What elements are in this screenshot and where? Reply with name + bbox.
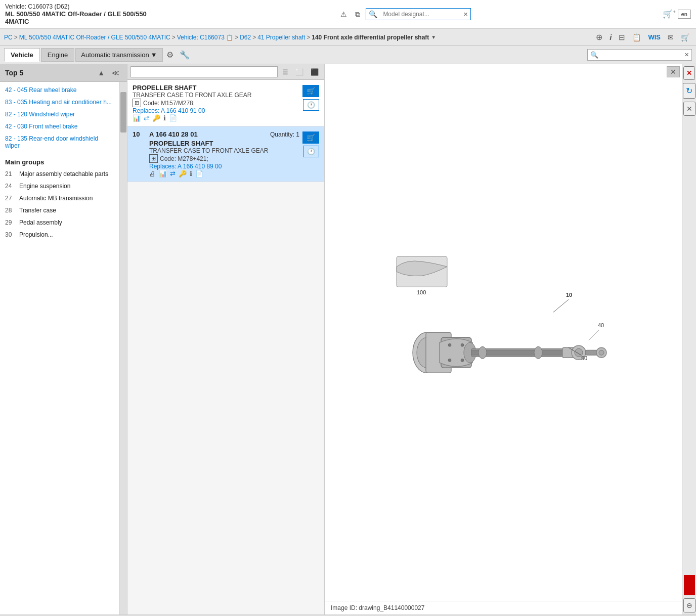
breadcrumb-vehicle[interactable]: Vehicle: C166073 📋 xyxy=(177,34,233,41)
alert-icon[interactable]: ⚠ xyxy=(338,9,350,20)
top5-expand-icon[interactable]: ≪ xyxy=(109,67,122,78)
part-cart-btn-1[interactable]: 🛒 xyxy=(302,85,319,97)
action-diagram-icon-2[interactable]: 📊 xyxy=(159,170,167,178)
breadcrumb-d62[interactable]: D62 xyxy=(240,34,251,41)
cart2-icon[interactable]: 🛒 xyxy=(678,32,692,43)
vehicle-model-line2: 4MATIC xyxy=(5,18,147,25)
header-search-clear[interactable]: ✕ xyxy=(461,10,470,19)
part-header-2: 10 A 166 410 28 01 Quantity: 1 xyxy=(133,130,299,138)
action-swap-icon-1[interactable]: ⇄ xyxy=(144,114,149,122)
action-doc-icon-2[interactable]: 📄 xyxy=(195,170,203,178)
image-id-text: Image ID: drawing_B41140000027 xyxy=(331,604,424,611)
left-scroll-thumb[interactable] xyxy=(120,92,126,133)
part-cart-btn-2[interactable]: 🛒 xyxy=(302,131,319,144)
main-group-30[interactable]: 30 Propulsion... xyxy=(0,229,119,241)
sidebar-x-icon[interactable]: ✕ xyxy=(683,102,695,116)
sidebar-red-bar[interactable] xyxy=(684,575,695,595)
part-code-line-2: ⊞ Code: M278+421; xyxy=(133,154,299,163)
right-panel: ✕ 100 xyxy=(325,64,696,614)
action-info-icon-1[interactable]: ℹ xyxy=(163,114,166,122)
diagram-close-btn-area: ✕ xyxy=(667,66,680,77)
top5-header: Top 5 ▲ ≪ xyxy=(0,64,127,82)
action-key-icon-1[interactable]: 🔑 xyxy=(152,114,160,122)
main-layout: Top 5 ▲ ≪ 42 - 045 Rear wheel brake 83 -… xyxy=(0,64,696,614)
grid-icon-2: ⊞ xyxy=(149,154,158,163)
breadcrumb-pc[interactable]: PC xyxy=(4,34,13,41)
part-item-1[interactable]: PROPELLER SHAFT TRANSFER CASE TO FRONT A… xyxy=(127,80,324,126)
mail-icon[interactable]: ✉ xyxy=(665,32,676,43)
breadcrumb-model[interactable]: ML 500/550 4MATIC Off-Roader / GLE 500/5… xyxy=(19,34,170,41)
main-group-27[interactable]: 27 Automatic MB transmission xyxy=(0,192,119,204)
top5-collapse-icon[interactable]: ▲ xyxy=(95,67,107,78)
lang-badge[interactable]: en xyxy=(678,10,691,19)
left-panel: Top 5 ▲ ≪ 42 - 045 Rear wheel brake 83 -… xyxy=(0,64,127,614)
sidebar-rotate-icon[interactable]: ↻ xyxy=(683,83,695,99)
part-qty-2: Quantity: 1 xyxy=(270,131,299,138)
tabs-search-clear[interactable]: ✕ xyxy=(682,50,691,60)
top5-title: Top 5 xyxy=(5,69,23,77)
cart-button[interactable]: 🛒+ xyxy=(663,9,676,19)
wis-icon[interactable]: WIS xyxy=(645,32,663,42)
middle-expand-icon[interactable]: ⬛ xyxy=(308,67,321,77)
tab-auto-trans[interactable]: Automatic transmission ▼ xyxy=(75,48,162,62)
main-group-29[interactable]: 29 Pedal assembly xyxy=(0,216,119,229)
breadcrumb-dropdown-arrow[interactable]: ▼ xyxy=(431,34,436,40)
tab-vehicle[interactable]: Vehicle xyxy=(4,48,40,62)
action-swap-icon-2[interactable]: ⇄ xyxy=(170,170,176,178)
top5-item-2[interactable]: 82 - 120 Windshield wiper xyxy=(0,108,119,120)
breadcrumb-toolbar-icons: ⊕ i ⊟ 📋 WIS ✉ 🛒 xyxy=(593,31,692,43)
part-clock-btn-2[interactable]: 🕐 xyxy=(303,146,319,157)
svg-point-19 xyxy=(461,343,464,346)
breadcrumb-current[interactable]: 140 Front axle differential propeller sh… xyxy=(312,34,436,41)
middle-list-view-icon[interactable]: ☰ xyxy=(280,67,291,77)
filter-icon[interactable]: ⊟ xyxy=(616,31,628,43)
header-search-icon[interactable]: 🔍 xyxy=(366,9,380,20)
main-group-24[interactable]: 24 Engine suspension xyxy=(0,180,119,192)
part-name-1: PROPELLER SHAFT xyxy=(133,84,299,92)
top5-item-3[interactable]: 42 - 030 Front wheel brake xyxy=(0,120,119,133)
tab-dropdown-arrow: ▼ xyxy=(151,51,157,59)
middle-search-input[interactable] xyxy=(130,66,278,77)
tabs-search-icon[interactable]: 🔍 xyxy=(588,50,601,60)
zoom-in-icon[interactable]: ⊕ xyxy=(593,31,605,43)
action-key-icon-2[interactable]: 🔑 xyxy=(179,170,187,178)
action-doc-icon-1[interactable]: 📄 xyxy=(169,114,177,122)
main-group-21[interactable]: 21 Major assembly detachable parts xyxy=(0,168,119,180)
svg-text:40: 40 xyxy=(598,322,604,328)
svg-point-9 xyxy=(478,346,487,359)
tab-settings-icon[interactable]: ⚙ xyxy=(164,49,176,61)
breadcrumb-propeller[interactable]: 41 Propeller shaft xyxy=(257,34,305,41)
tab-wrench-icon[interactable]: 🔧 xyxy=(177,49,192,61)
top5-item-1[interactable]: 83 - 035 Heating and air conditioner h..… xyxy=(0,96,119,108)
header: Vehicle: C166073 (D62) ML 500/550 4MATIC… xyxy=(0,0,696,29)
part-clock-btn-1[interactable]: 🕐 xyxy=(303,99,319,111)
info-icon[interactable]: i xyxy=(607,31,614,43)
part-row-2: 10 A 166 410 28 01 Quantity: 1 PROPELLER… xyxy=(133,130,319,178)
tab-engine[interactable]: Engine xyxy=(41,48,74,62)
left-scrollbar[interactable] xyxy=(119,82,127,614)
sidebar-zoom-out-icon[interactable]: ⊖ xyxy=(683,598,695,612)
top5-item-0[interactable]: 42 - 045 Rear wheel brake xyxy=(0,84,119,96)
middle-toolbar: ☰ ⬜ ⬛ xyxy=(127,64,324,80)
sidebar-close-icon[interactable]: ✕ xyxy=(683,66,695,80)
action-info-icon-2[interactable]: ℹ xyxy=(190,170,192,178)
svg-point-10 xyxy=(534,346,542,359)
parts-list: PROPELLER SHAFT TRANSFER CASE TO FRONT A… xyxy=(127,80,324,614)
header-vehicle-info: Vehicle: C166073 (D62) ML 500/550 4MATIC… xyxy=(5,3,147,25)
action-diagram-icon-1[interactable]: 📊 xyxy=(133,114,141,122)
header-search-container: 🔍 ✕ xyxy=(366,8,471,20)
action-print-icon-2[interactable]: 🖨 xyxy=(149,170,156,178)
copy-icon[interactable]: ⧉ xyxy=(353,9,363,20)
main-group-28[interactable]: 28 Transfer case xyxy=(0,204,119,216)
middle-grid-view-icon[interactable]: ⬜ xyxy=(293,67,306,77)
tabs-search-input[interactable] xyxy=(601,50,682,60)
main-groups-title: Main groups xyxy=(0,154,119,168)
diagram-main-assembly xyxy=(413,332,606,373)
part-item-2[interactable]: 10 A 166 410 28 01 Quantity: 1 PROPELLER… xyxy=(127,126,324,182)
top5-item-4[interactable]: 82 - 135 Rear-end door windshield wiper xyxy=(0,133,119,152)
diagram-close-btn[interactable]: ✕ xyxy=(667,66,680,77)
header-search-input[interactable] xyxy=(380,9,461,20)
part-code-text-1: Code: M157/M278; xyxy=(143,100,195,107)
part-side-1: 🛒 🕐 xyxy=(302,84,319,122)
report-icon[interactable]: 📋 xyxy=(630,32,643,43)
